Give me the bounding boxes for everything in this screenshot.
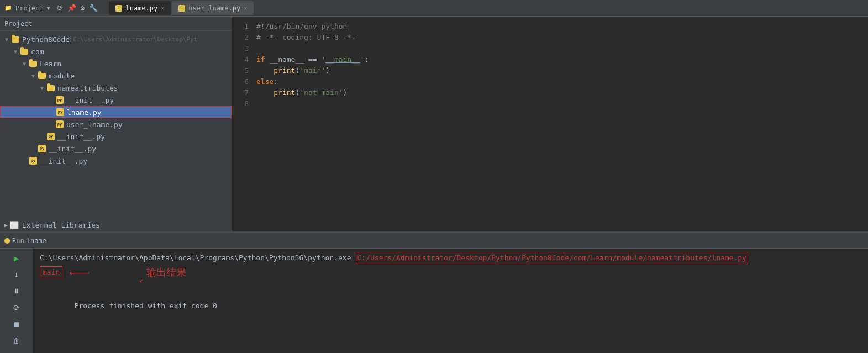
tree-item-init3[interactable]: ▶ py __init__.py	[0, 143, 232, 155]
code-line-6: else:	[256, 76, 868, 87]
code-line-4: if __name__ == '__main__':	[256, 54, 868, 65]
ext-bars-icon: ⬜	[10, 221, 19, 229]
folder-icon-nameattributes	[46, 84, 55, 92]
run-dot-icon	[4, 238, 10, 244]
down-button[interactable]: ↓	[9, 268, 24, 281]
term-output-main: main	[40, 266, 62, 278]
terminal-output: C:\Users\Administrator\AppData\Local\Pro…	[33, 249, 868, 353]
external-libraries[interactable]: ▶ ⬜ External Libraries	[0, 219, 232, 231]
line-numbers: 1 2 3 4 5 6 7 8	[232, 21, 254, 227]
label-python8code: Python8Code	[22, 35, 70, 44]
tree-item-init1[interactable]: ▶ py __init__.py	[0, 94, 232, 106]
tab-label-user-lname: user_lname.py	[188, 4, 240, 12]
label-init1: __init__.py	[66, 96, 114, 104]
code-line-5: print('main')	[256, 65, 868, 76]
tab-lname[interactable]: 🐍 lname.py ✕	[109, 1, 171, 15]
code-line-7: print('not main')	[256, 87, 868, 98]
pause-button[interactable]: ⏸	[9, 285, 24, 297]
tab-close-lname[interactable]: ✕	[161, 5, 164, 11]
tree-item-init2[interactable]: ▶ py __init__.py	[0, 130, 232, 143]
tree-item-init4[interactable]: ▶ py __init__.py	[0, 155, 232, 167]
tab-user-lname[interactable]: 🐍 user_lname.py ✕	[172, 1, 254, 15]
code-editor[interactable]: #!/usr/bin/env python # -*- coding: UTF-…	[254, 21, 868, 227]
code-line-2: # -*- coding: UTF-8 -*-	[256, 32, 868, 43]
tree-item-learn[interactable]: ▼ Learn	[0, 57, 232, 70]
annotation-text: 输出结果	[146, 267, 186, 278]
sidebar: Project ▼ Python8Code C:\Users\Administr…	[0, 17, 232, 231]
editor-area: 1 2 3 4 5 6 7 8 #!/usr/bin/env python # …	[232, 17, 868, 231]
label-lname: lname.py	[67, 108, 102, 117]
label-nameattributes: nameattributes	[57, 84, 118, 92]
project-title: Project	[15, 4, 44, 12]
gear-icon[interactable]: 🔧	[89, 4, 98, 12]
main-content: Project ▼ Python8Code C:\Users\Administr…	[0, 17, 868, 231]
label-init3: __init__.py	[49, 145, 96, 153]
term-exit-msg: Process finished with exit code 0	[75, 302, 217, 310]
bottom-panel: Run lname ▶ ↓ ⏸ ⟳ ⏹ 🗑 C:\Users\Administr…	[0, 231, 868, 353]
arrow-com: ▼	[11, 49, 20, 55]
title-bar: 📁 Project ▼ ⟳ 📌 ⚙ 🔧 🐍 lname.py ✕ 🐍 user_…	[0, 0, 868, 17]
tree-item-com[interactable]: ▼ com	[0, 45, 232, 57]
project-icon: 📁	[4, 4, 12, 12]
arrow-module: ▼	[29, 73, 38, 79]
term-command-line: C:\Users\Administrator\AppData\Local\Pro…	[40, 252, 861, 264]
folder-icon-python8code	[11, 35, 20, 43]
term-command: C:\Users\Administrator\AppData\Local\Pro…	[40, 252, 351, 264]
tree-item-module[interactable]: ▼ module	[0, 70, 232, 82]
tab-label-lname: lname.py	[125, 4, 157, 12]
tree-item-lname[interactable]: ▶ py lname.py	[0, 106, 232, 118]
label-user-lname: user_lname.py	[66, 120, 123, 129]
editor-content[interactable]: 1 2 3 4 5 6 7 8 #!/usr/bin/env python # …	[232, 17, 868, 231]
py-icon-lname: py	[56, 108, 65, 116]
sidebar-header: Project	[0, 17, 232, 31]
dropdown-icon[interactable]: ▼	[47, 5, 50, 11]
label-module: module	[49, 72, 75, 80]
path-python8code: C:\Users\Administrator\Desktop\Pyt	[73, 36, 197, 43]
tab-run[interactable]: Run lname	[4, 235, 46, 247]
code-line-8	[256, 98, 868, 109]
tree-item-python8code[interactable]: ▼ Python8Code C:\Users\Administrator\Des…	[0, 33, 232, 45]
toolbar-icons: ⟳ 📌 ⚙ 🔧	[57, 4, 98, 12]
sidebar-title: Project	[4, 20, 33, 28]
bottom-toolbar: ▶ ↓ ⏸ ⟳ ⏹ 🗑	[0, 249, 33, 353]
folder-icon-module	[38, 72, 46, 80]
label-init4: __init__.py	[40, 157, 87, 165]
bottom-content: ▶ ↓ ⏸ ⟳ ⏹ 🗑 C:\Users\Administrator\AppDa…	[0, 249, 868, 353]
ext-arrow: ▶	[4, 222, 8, 228]
rerun-button[interactable]: ⟳	[9, 302, 24, 314]
tree-item-user-lname[interactable]: ▶ py user_lname.py	[0, 118, 232, 130]
bottom-tabs: Run lname	[0, 233, 868, 249]
arrow-python8code: ▼	[2, 36, 11, 43]
tab-icon-user-lname: 🐍	[178, 5, 185, 12]
py-icon-init4: py	[29, 157, 38, 165]
tab-icon-lname: 🐍	[115, 5, 122, 12]
code-line-1: #!/usr/bin/env python	[256, 21, 868, 32]
arrow-learn: ▼	[20, 61, 29, 67]
settings-icon[interactable]: ⚙	[81, 4, 85, 12]
trash-button[interactable]: 🗑	[9, 335, 24, 347]
project-label: 📁 Project ▼	[4, 4, 50, 12]
annotation-arrow: ←——	[69, 267, 89, 278]
py-icon-init3: py	[38, 145, 46, 152]
stop-button[interactable]: ⏹	[9, 318, 24, 330]
run-name-label: lname	[27, 237, 46, 245]
py-icon-init1: py	[55, 96, 64, 104]
py-icon-init2: py	[46, 133, 55, 140]
folder-icon-learn	[29, 60, 38, 67]
folder-icon-com	[20, 48, 29, 55]
code-line-3	[256, 43, 868, 54]
label-init2: __init__.py	[57, 133, 105, 141]
term-script-path: C:/Users/Administrator/Desktop/Python/Py…	[356, 252, 748, 264]
sync-icon[interactable]: ⟳	[57, 4, 63, 12]
sidebar-tree: ▼ Python8Code C:\Users\Administrator\Des…	[0, 31, 232, 219]
ext-libraries-label: External Libraries	[22, 221, 100, 229]
label-com: com	[31, 48, 44, 56]
run-button[interactable]: ▶	[9, 252, 24, 264]
run-tab-label: Run	[12, 237, 24, 245]
label-learn: Learn	[40, 60, 61, 68]
py-icon-user-lname: py	[55, 120, 64, 128]
tree-item-nameattributes[interactable]: ▼ nameattributes	[0, 82, 232, 94]
tab-close-user-lname[interactable]: ✕	[244, 5, 247, 11]
pin-icon[interactable]: 📌	[67, 4, 76, 12]
tab-bar: 🐍 lname.py ✕ 🐍 user_lname.py ✕	[109, 1, 254, 15]
